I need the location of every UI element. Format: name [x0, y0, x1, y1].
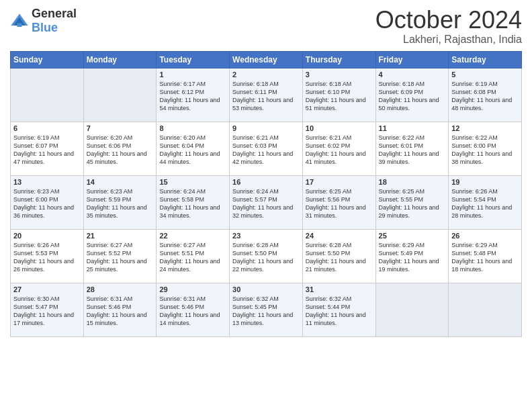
logo: General Blue: [10, 7, 77, 35]
day-number: 30: [232, 285, 300, 293]
weekday-header-row: SundayMondayTuesdayWednesdayThursdayFrid…: [11, 51, 522, 68]
day-info: Sunrise: 6:18 AMSunset: 6:11 PMDaylight:…: [232, 81, 293, 111]
day-number: 26: [451, 232, 519, 240]
day-info: Sunrise: 6:31 AMSunset: 5:46 PMDaylight:…: [159, 295, 220, 326]
day-number: 6: [13, 124, 81, 132]
calendar-cell: 22 Sunrise: 6:27 AMSunset: 5:51 PMDaylig…: [157, 229, 230, 283]
day-info: Sunrise: 6:28 AMSunset: 5:50 PMDaylight:…: [232, 242, 293, 273]
day-info: Sunrise: 6:21 AMSunset: 6:02 PMDaylight:…: [306, 134, 366, 165]
calendar-container: General Blue October 2024 Lakheri, Rajas…: [0, 0, 532, 344]
day-number: 10: [306, 124, 373, 132]
calendar-cell: 25 Sunrise: 6:29 AMSunset: 5:49 PMDaylig…: [375, 229, 449, 283]
day-number: 28: [87, 285, 154, 293]
calendar-cell: 6 Sunrise: 6:19 AMSunset: 6:07 PMDayligh…: [11, 122, 84, 175]
weekday-header: Friday: [375, 51, 449, 68]
day-info: Sunrise: 6:32 AMSunset: 5:44 PMDaylight:…: [306, 295, 366, 326]
calendar-cell: 28 Sunrise: 6:31 AMSunset: 5:46 PMDaylig…: [83, 283, 157, 336]
calendar-week-row: 20 Sunrise: 6:26 AMSunset: 5:53 PMDaylig…: [11, 229, 522, 283]
day-info: Sunrise: 6:18 AMSunset: 6:09 PMDaylight:…: [379, 81, 439, 111]
calendar-cell: 24 Sunrise: 6:28 AMSunset: 5:50 PMDaylig…: [302, 229, 375, 283]
calendar-week-row: 13 Sunrise: 6:23 AMSunset: 6:00 PMDaylig…: [11, 175, 522, 229]
day-info: Sunrise: 6:21 AMSunset: 6:03 PMDaylight:…: [232, 134, 293, 165]
calendar-cell: 16 Sunrise: 6:24 AMSunset: 5:57 PMDaylig…: [230, 175, 303, 229]
day-number: 18: [379, 178, 446, 186]
calendar-cell: 23 Sunrise: 6:28 AMSunset: 5:50 PMDaylig…: [230, 229, 303, 283]
day-info: Sunrise: 6:24 AMSunset: 5:57 PMDaylight:…: [232, 188, 293, 219]
day-info: Sunrise: 6:24 AMSunset: 5:58 PMDaylight:…: [159, 188, 220, 219]
calendar-cell: 17 Sunrise: 6:25 AMSunset: 5:56 PMDaylig…: [302, 175, 375, 229]
day-number: 20: [13, 232, 81, 240]
calendar-cell: 13 Sunrise: 6:23 AMSunset: 6:00 PMDaylig…: [11, 175, 84, 229]
calendar-cell: 9 Sunrise: 6:21 AMSunset: 6:03 PMDayligh…: [230, 122, 303, 175]
calendar-cell: 8 Sunrise: 6:20 AMSunset: 6:04 PMDayligh…: [157, 122, 230, 175]
day-number: 7: [87, 124, 154, 132]
day-number: 4: [379, 71, 446, 79]
day-number: 29: [159, 285, 226, 293]
day-info: Sunrise: 6:30 AMSunset: 5:47 PMDaylight:…: [13, 295, 74, 326]
day-info: Sunrise: 6:29 AMSunset: 5:49 PMDaylight:…: [379, 242, 439, 273]
day-info: Sunrise: 6:22 AMSunset: 6:00 PMDaylight:…: [451, 134, 512, 165]
day-number: 16: [232, 178, 300, 186]
day-number: 19: [451, 178, 519, 186]
day-info: Sunrise: 6:27 AMSunset: 5:52 PMDaylight:…: [87, 242, 147, 273]
svg-rect-2: [17, 24, 22, 28]
location-title: Lakheri, Rajasthan, India: [375, 34, 522, 46]
day-info: Sunrise: 6:32 AMSunset: 5:45 PMDaylight:…: [232, 295, 293, 326]
calendar-cell: 30 Sunrise: 6:32 AMSunset: 5:45 PMDaylig…: [230, 283, 303, 336]
day-info: Sunrise: 6:17 AMSunset: 6:12 PMDaylight:…: [159, 81, 220, 111]
calendar-cell: [375, 283, 449, 336]
day-number: 23: [232, 232, 300, 240]
calendar-cell: 31 Sunrise: 6:32 AMSunset: 5:44 PMDaylig…: [302, 283, 375, 336]
day-number: 21: [87, 232, 154, 240]
calendar-cell: 20 Sunrise: 6:26 AMSunset: 5:53 PMDaylig…: [11, 229, 84, 283]
day-info: Sunrise: 6:31 AMSunset: 5:46 PMDaylight:…: [87, 295, 147, 326]
day-number: 9: [232, 124, 300, 132]
calendar-week-row: 1 Sunrise: 6:17 AMSunset: 6:12 PMDayligh…: [11, 68, 522, 122]
calendar-cell: [11, 68, 84, 122]
day-number: 3: [306, 71, 373, 79]
day-number: 31: [306, 285, 373, 293]
calendar-cell: 4 Sunrise: 6:18 AMSunset: 6:09 PMDayligh…: [375, 68, 449, 122]
calendar-cell: 14 Sunrise: 6:23 AMSunset: 5:59 PMDaylig…: [83, 175, 157, 229]
day-info: Sunrise: 6:26 AMSunset: 5:54 PMDaylight:…: [451, 188, 512, 219]
calendar-cell: 18 Sunrise: 6:25 AMSunset: 5:55 PMDaylig…: [375, 175, 449, 229]
day-info: Sunrise: 6:27 AMSunset: 5:51 PMDaylight:…: [159, 242, 220, 273]
day-number: 13: [13, 178, 81, 186]
day-number: 14: [87, 178, 154, 186]
day-info: Sunrise: 6:26 AMSunset: 5:53 PMDaylight:…: [13, 242, 74, 273]
calendar-cell: 19 Sunrise: 6:26 AMSunset: 5:54 PMDaylig…: [449, 175, 522, 229]
day-info: Sunrise: 6:19 AMSunset: 6:08 PMDaylight:…: [451, 81, 512, 111]
day-number: 24: [306, 232, 373, 240]
day-number: 12: [451, 124, 519, 132]
day-info: Sunrise: 6:20 AMSunset: 6:06 PMDaylight:…: [87, 134, 147, 165]
day-number: 5: [451, 71, 519, 79]
calendar-week-row: 6 Sunrise: 6:19 AMSunset: 6:07 PMDayligh…: [11, 122, 522, 175]
day-number: 15: [159, 178, 226, 186]
logo-text: General Blue: [32, 7, 77, 35]
logo-icon: [10, 11, 29, 30]
day-info: Sunrise: 6:23 AMSunset: 6:00 PMDaylight:…: [13, 188, 74, 219]
weekday-header: Monday: [83, 51, 157, 68]
calendar-cell: 11 Sunrise: 6:22 AMSunset: 6:01 PMDaylig…: [375, 122, 449, 175]
day-info: Sunrise: 6:25 AMSunset: 5:55 PMDaylight:…: [379, 188, 439, 219]
calendar-cell: [449, 283, 522, 336]
calendar-cell: 27 Sunrise: 6:30 AMSunset: 5:47 PMDaylig…: [11, 283, 84, 336]
calendar-cell: [83, 68, 157, 122]
calendar-cell: 1 Sunrise: 6:17 AMSunset: 6:12 PMDayligh…: [157, 68, 230, 122]
day-info: Sunrise: 6:23 AMSunset: 5:59 PMDaylight:…: [87, 188, 147, 219]
calendar-cell: 21 Sunrise: 6:27 AMSunset: 5:52 PMDaylig…: [83, 229, 157, 283]
calendar-cell: 3 Sunrise: 6:18 AMSunset: 6:10 PMDayligh…: [302, 68, 375, 122]
calendar-table: SundayMondayTuesdayWednesdayThursdayFrid…: [10, 51, 522, 337]
day-info: Sunrise: 6:22 AMSunset: 6:01 PMDaylight:…: [379, 134, 439, 165]
day-info: Sunrise: 6:18 AMSunset: 6:10 PMDaylight:…: [306, 81, 366, 111]
weekday-header: Wednesday: [230, 51, 303, 68]
day-number: 11: [379, 124, 446, 132]
weekday-header: Tuesday: [157, 51, 230, 68]
calendar-cell: 15 Sunrise: 6:24 AMSunset: 5:58 PMDaylig…: [157, 175, 230, 229]
month-title: October 2024: [375, 7, 522, 34]
calendar-cell: 2 Sunrise: 6:18 AMSunset: 6:11 PMDayligh…: [230, 68, 303, 122]
calendar-thead: SundayMondayTuesdayWednesdayThursdayFrid…: [11, 51, 522, 68]
title-block: October 2024 Lakheri, Rajasthan, India: [375, 7, 522, 46]
day-number: 25: [379, 232, 446, 240]
day-number: 27: [13, 285, 81, 293]
